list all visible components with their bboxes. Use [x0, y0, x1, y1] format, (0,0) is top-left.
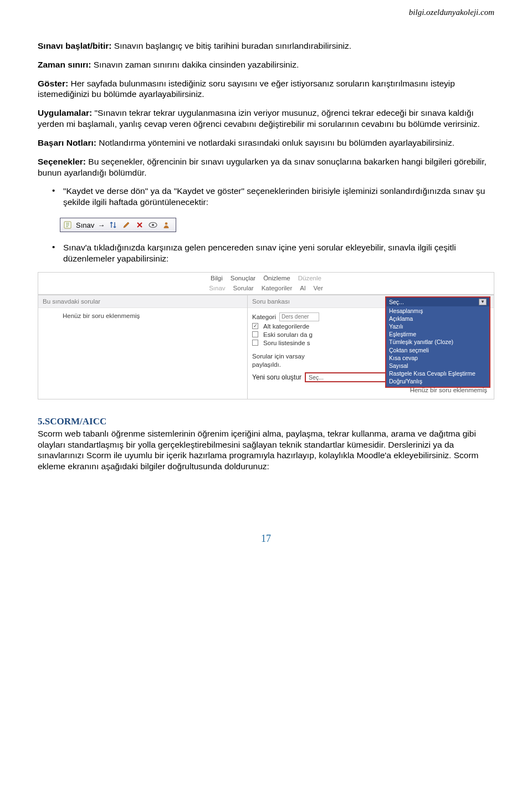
label: Uygulamalar:	[38, 108, 92, 117]
subtab-kategoriler[interactable]: Kategoriler	[262, 285, 293, 291]
dd-item-desc[interactable]: Açıklama	[389, 315, 487, 322]
tab-sonuclar[interactable]: Sonuçlar	[231, 275, 255, 281]
bullet-click-exam: • Sınav'a tıkladığınızda karşınıza gelen…	[38, 242, 494, 264]
dd-item-essay[interactable]: Yazılı	[389, 322, 487, 330]
chk-label-subcat: Alt kategorilerde	[263, 323, 309, 330]
shared-text: paylaşıldı.	[252, 361, 281, 368]
svg-point-3	[165, 222, 168, 225]
para-applications: Uygulamalar: "Sınavın tekrar tekrar uygu…	[38, 107, 494, 130]
text: Notlandırma yöntemini ve notlardaki sıra…	[96, 138, 454, 147]
checkbox-list[interactable]	[252, 340, 258, 346]
subtab-ver[interactable]: Ver	[314, 285, 323, 291]
scorm-heading: 5.SCORM/AICC	[38, 416, 494, 427]
edit-icon[interactable]	[121, 220, 131, 230]
subtab-sinav[interactable]: Sınav	[209, 285, 225, 291]
bullet-marker: •	[52, 186, 63, 208]
label: Başarı Notları:	[38, 138, 96, 147]
checkbox-subcat[interactable]: ✓	[252, 323, 258, 329]
text: Her sayfada bulunmasını istediğiniz soru…	[38, 79, 455, 99]
kategori-label: Kategori	[252, 314, 276, 320]
bullet-save: • "Kaydet ve derse dön" ya da "Kaydet ve…	[38, 186, 494, 208]
exam-toolbar: Sınav →	[60, 218, 176, 232]
chk-label-list: Soru listesinde s	[263, 340, 310, 346]
right-pane: Soru bankası Kategori Ders dener ✓ Alt k…	[248, 295, 494, 399]
preview-icon[interactable]	[148, 220, 158, 230]
exam-label[interactable]: Sınav	[76, 221, 94, 229]
para-options: Seçenekler: Bu seçenekler, öğrencinin bi…	[38, 156, 494, 178]
label: Sınavı başlat/bitir:	[38, 41, 112, 50]
bullet-marker: •	[52, 242, 63, 264]
subtab-al[interactable]: Al	[300, 285, 305, 291]
question-editor-panel: Bilgi Sonuçlar Önizleme Düzenle Sınav So…	[38, 272, 494, 399]
site-url: bilgi.ozeldunyakoleji.com	[38, 8, 494, 17]
para-start-finish: Sınavı başlat/bitir: Sınavın başlangıç v…	[38, 40, 494, 52]
dropdown-selected: Seç...	[389, 299, 404, 305]
checkbox-old[interactable]	[252, 331, 258, 337]
scorm-body: Scorm web tabanlı öğrenme sistemlerinin …	[38, 428, 494, 472]
bullet-text: Sınav'a tıkladığınızda karşınıza gelen p…	[63, 242, 494, 264]
bullet-text: "Kaydet ve derse dön" ya da "Kaydet ve g…	[63, 186, 494, 208]
text: Bu seçenekler, öğrencinin bir sınavı uyg…	[38, 157, 487, 177]
label: Seçenekler:	[38, 157, 86, 166]
kategori-select[interactable]: Ders dener	[279, 312, 319, 321]
page-number: 17	[38, 533, 494, 545]
svg-point-2	[152, 224, 154, 226]
dd-item-numeric[interactable]: Sayısal	[389, 362, 487, 370]
para-grades: Başarı Notları: Notlandırma yöntemini ve…	[38, 137, 494, 148]
user-icon[interactable]	[161, 220, 171, 230]
arrow-icon: →	[98, 221, 105, 229]
dd-item-short[interactable]: Kısa cevap	[389, 354, 487, 362]
no-questions-msg: Henüz bir soru eklenmemiş	[63, 312, 243, 319]
delete-icon[interactable]	[135, 220, 145, 230]
tab-bilgi[interactable]: Bilgi	[211, 275, 223, 281]
dd-item-mchoice[interactable]: Çoktan seçmeli	[389, 346, 487, 354]
dd-item-cloze[interactable]: Tümleşik yanıtlar (Cloze)	[389, 338, 487, 346]
dd-item-match[interactable]: Eşleştirme	[389, 330, 487, 338]
dd-item-randmatch[interactable]: Rastgele Kısa Cevaplı Eşleştirme	[389, 370, 487, 377]
para-show: Göster: Her sayfada bulunmasını istediği…	[38, 78, 494, 100]
new-question-label: Yeni soru oluştur	[252, 373, 301, 381]
para-time-limit: Zaman sınırı: Sınavın zaman sınırını dak…	[38, 59, 494, 70]
tab-duzenle[interactable]: Düzenle	[298, 275, 321, 281]
left-pane-head: Bu sınavdaki sorular	[38, 295, 247, 308]
text: Sınavın başlangıç ve bitiş tarihini bura…	[112, 41, 352, 50]
sort-icon[interactable]	[108, 220, 118, 230]
note-icon[interactable]	[63, 220, 73, 230]
text: "Sınavın tekrar tekrar uygulanmasına izi…	[38, 108, 480, 129]
subtab-sorular[interactable]: Sorular	[233, 285, 254, 291]
tab-onizleme[interactable]: Önizleme	[263, 275, 290, 281]
chevron-down-icon[interactable]: ▼	[479, 299, 487, 305]
label: Göster:	[38, 79, 68, 88]
dd-item-calc[interactable]: Hesaplanmış	[389, 307, 487, 315]
new-question-select-value: Seç...	[309, 374, 324, 381]
tabs-secondary: Sınav Sorular Kategoriler Al Ver	[38, 283, 494, 295]
question-type-dropdown[interactable]: Seç... ▼ Hesaplanmış Açıklama Yazılı Eşl…	[385, 296, 490, 388]
tabs-primary: Bilgi Sonuçlar Önizleme Düzenle	[38, 273, 494, 283]
left-pane: Bu sınavdaki sorular Henüz bir soru ekle…	[38, 295, 248, 399]
text: Sınavın zaman sınırını dakika cinsinden …	[91, 60, 299, 69]
dropdown-list: Hesaplanmış Açıklama Yazılı Eşleştirme T…	[386, 306, 489, 387]
default-context-a: Sorular için varsay	[252, 353, 305, 360]
label: Zaman sınırı:	[38, 60, 91, 69]
chk-label-old: Eski soruları da g	[263, 331, 313, 338]
dd-item-truefalse[interactable]: Doğru/Yanlış	[389, 377, 487, 385]
